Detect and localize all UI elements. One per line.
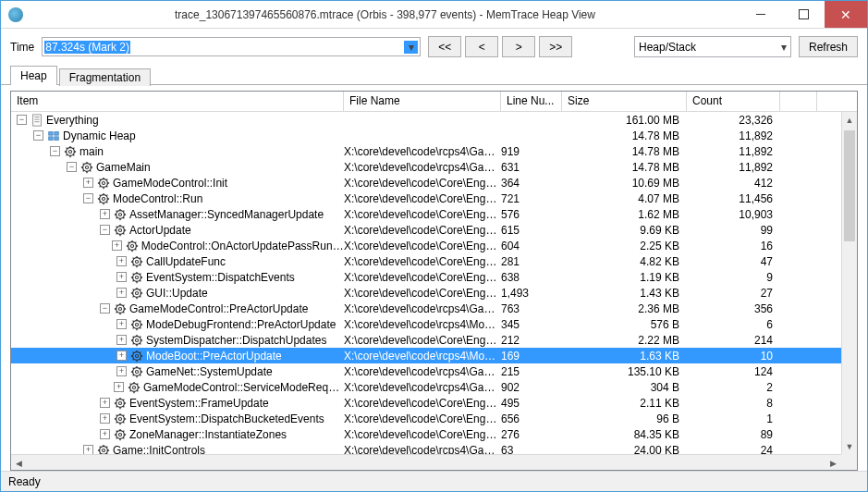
tree-row[interactable]: −Dynamic Heap14.78 MB11,892 [11, 128, 841, 143]
row-size: 9.69 KB [562, 224, 687, 237]
scroll-thumb[interactable] [844, 130, 855, 241]
row-file: X:\core\devel\code\Core\Engine... [344, 177, 501, 190]
expand-toggle[interactable]: + [100, 398, 110, 408]
scroll-up-icon[interactable]: ▲ [842, 112, 857, 128]
gear-icon [114, 428, 127, 441]
expand-toggle[interactable]: + [100, 429, 110, 439]
expand-toggle[interactable]: − [33, 130, 43, 141]
tree-row[interactable]: −mainX:\core\devel\code\rcps4\Game...919… [11, 143, 841, 159]
col-line[interactable]: Line Nu... [501, 92, 562, 111]
tree-row[interactable]: +ModeBoot::PreActorUpdateX:\core\devel\c… [11, 348, 841, 363]
tree-row[interactable]: +GameModeControl::InitX:\core\devel\code… [11, 175, 841, 191]
heap-select[interactable]: Heap/Stack ▾ [634, 36, 791, 57]
row-line: 364 [501, 177, 562, 190]
gear-icon [126, 240, 139, 252]
expand-toggle[interactable]: + [116, 335, 127, 345]
expand-toggle[interactable]: + [83, 178, 93, 188]
row-size: 96 B [562, 412, 687, 425]
tree-row[interactable]: +GameNet::SystemUpdateX:\core\devel\code… [11, 363, 841, 379]
row-count: 23,326 [687, 114, 780, 127]
expand-toggle[interactable]: + [116, 366, 127, 376]
expand-toggle[interactable]: + [83, 445, 93, 454]
expand-toggle[interactable]: − [67, 162, 77, 172]
row-count: 99 [687, 224, 780, 237]
row-label: CallUpdateFunc [146, 255, 226, 268]
row-line: 615 [501, 224, 562, 237]
row-label: ActorUpdate [129, 224, 191, 237]
tree-row[interactable]: +EventSystem::FrameUpdateX:\core\devel\c… [11, 395, 841, 411]
row-line: 276 [501, 428, 562, 441]
nav-prev-button[interactable]: < [465, 36, 498, 57]
tree-row[interactable]: +ZoneManager::InstantiateZonesX:\core\de… [11, 426, 841, 442]
tree-row[interactable]: +GUI::UpdateX:\core\devel\code\Core\Engi… [11, 285, 841, 301]
tree-row[interactable]: +AssetManager::SyncedManagerUpdateX:\cor… [11, 206, 841, 222]
horizontal-scrollbar[interactable]: ◀ ▶ [11, 454, 841, 470]
tab-fragmentation[interactable]: Fragmentation [59, 68, 151, 86]
expand-toggle[interactable]: + [100, 413, 110, 424]
col-count[interactable]: Count [687, 92, 780, 111]
row-count: 356 [687, 302, 780, 315]
nav-last-button[interactable]: >> [539, 36, 572, 57]
tree-row[interactable]: −GameModeControl::PreActorUpdateX:\core\… [11, 301, 841, 316]
tree-row[interactable]: −GameMainX:\core\devel\code\rcps4\Game..… [11, 159, 841, 175]
tree-row[interactable]: +CallUpdateFuncX:\core\devel\code\Core\E… [11, 253, 841, 269]
tree-row[interactable]: +ModeDebugFrontend::PreActorUpdateX:\cor… [11, 316, 841, 332]
row-count: 214 [687, 334, 780, 347]
tree-row[interactable]: +GameModeControl::ServiceModeRequestX:\c… [11, 379, 841, 395]
expand-toggle[interactable]: + [116, 351, 127, 361]
row-count: 8 [687, 397, 780, 410]
gear-icon [114, 397, 127, 410]
tree-row[interactable]: −Everything161.00 MB23,326 [11, 112, 841, 128]
row-line: 604 [501, 240, 562, 252]
row-file: X:\core\devel\code\Core\Engine... [344, 397, 501, 410]
row-count: 10,903 [687, 208, 780, 221]
maximize-button[interactable] [782, 1, 825, 28]
tab-heap[interactable]: Heap [10, 66, 57, 85]
expand-toggle[interactable]: + [116, 256, 127, 266]
tree-row[interactable]: −ModeControl::RunX:\core\devel\code\Core… [11, 191, 841, 206]
expand-toggle[interactable]: − [100, 303, 110, 314]
expand-toggle[interactable]: − [83, 193, 93, 203]
close-button[interactable]: ✕ [825, 1, 867, 28]
tree-row[interactable]: +SystemDispatcher::DispatchUpdatesX:\cor… [11, 332, 841, 348]
refresh-button[interactable]: Refresh [799, 36, 858, 57]
row-label: GameMain [96, 161, 151, 174]
gear-icon [130, 350, 143, 363]
time-select[interactable]: 87.324s (Mark 2) ▾ [42, 37, 421, 56]
scroll-right-icon[interactable]: ▶ [825, 455, 841, 471]
row-label: ModeControl::Run [113, 192, 202, 205]
gear-icon [64, 145, 77, 158]
expand-toggle[interactable]: − [50, 146, 60, 156]
expand-toggle[interactable]: + [116, 288, 127, 298]
vertical-scrollbar[interactable]: ▲ ▼ [841, 112, 857, 454]
tree-row[interactable]: −ActorUpdateX:\core\devel\code\Core\Engi… [11, 222, 841, 238]
tree-grid: Item File Name Line Nu... Size Count −Ev… [10, 91, 858, 471]
minimize-button[interactable] [740, 1, 782, 28]
tree-row[interactable]: +EventSystem::DispatchEventsX:\core\deve… [11, 269, 841, 285]
row-count: 27 [687, 287, 780, 300]
tree-row[interactable]: +ModeControl::OnActorUpdatePassRunningX:… [11, 238, 841, 253]
col-item[interactable]: Item [11, 92, 344, 111]
gear-icon [128, 381, 141, 394]
row-size: 4.07 MB [562, 192, 687, 205]
col-file[interactable]: File Name [344, 92, 501, 111]
expand-toggle[interactable]: + [100, 209, 110, 219]
expand-toggle[interactable]: + [112, 240, 122, 251]
row-count: 89 [687, 428, 780, 441]
expand-toggle[interactable]: + [116, 319, 127, 329]
row-line: 345 [501, 318, 562, 331]
col-size[interactable]: Size [562, 92, 687, 111]
nav-first-button[interactable]: << [428, 36, 461, 57]
expand-toggle[interactable]: − [17, 115, 27, 125]
scroll-left-icon[interactable]: ◀ [11, 455, 27, 471]
expand-toggle[interactable]: + [114, 382, 124, 392]
nav-next-button[interactable]: > [502, 36, 535, 57]
scroll-down-icon[interactable]: ▼ [842, 438, 857, 454]
tree-row[interactable]: +Game::InitControlsX:\core\devel\code\rc… [11, 442, 841, 454]
expand-toggle[interactable]: − [100, 225, 110, 235]
row-label: Dynamic Heap [63, 129, 136, 142]
tree-row[interactable]: +EventSystem::DispatchBucketedEventsX:\c… [11, 411, 841, 426]
gear-icon [80, 161, 93, 174]
expand-toggle[interactable]: + [116, 272, 127, 282]
gear-icon [97, 192, 110, 205]
